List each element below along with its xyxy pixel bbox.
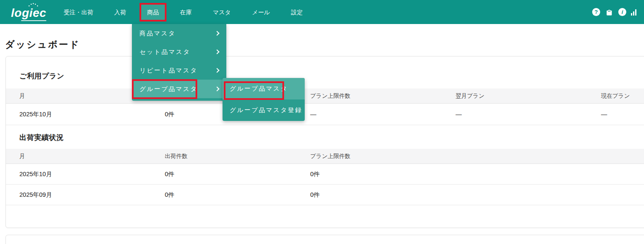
chevron-right-icon (215, 68, 219, 72)
shipping-section-heading: 出荷実績状況 (19, 133, 644, 142)
dashboard-card: ご利用プラン 月 プラン上限件数 翌月プラン 現在プラン 2025年10月 0件… (5, 56, 644, 228)
nav-item-settings[interactable]: 設定 (285, 5, 309, 20)
group-master-submenu: グループ品マスタ グループ品マスタ登録 (223, 78, 305, 121)
nav-item-inbound[interactable]: 入荷 (108, 5, 132, 20)
menu-item-product-master[interactable]: 商品マスタ (132, 24, 226, 43)
nav-item-inventory[interactable]: 在庫 (174, 5, 198, 20)
chevron-right-icon (215, 49, 219, 54)
menu-item-label: グループ品マスタ (140, 85, 198, 93)
logo-text: logiec (11, 6, 46, 19)
menu-item-set-master[interactable]: セット品マスタ (132, 43, 226, 61)
products-dropdown-menu: 商品マスタ セット品マスタ リピート品マスタ グループ品マスタ (132, 24, 226, 101)
page-title: ダッシュボード (5, 38, 80, 51)
menu-item-group-master[interactable]: グループ品マスタ (132, 80, 226, 98)
shipping-table-header: 月 出荷件数 プラン上限件数 (6, 149, 644, 164)
main-nav: 受注・出荷 入荷 商品 在庫 マスタ メール 設定 (53, 0, 314, 24)
cell-current-plan: — (601, 111, 644, 118)
chevron-right-icon (215, 86, 219, 91)
submenu-item-group-master-list[interactable]: グループ品マスタ (223, 78, 305, 99)
usage-bars-icon[interactable] (631, 9, 636, 16)
col-header-plan-limit: プラン上限件数 (310, 153, 644, 160)
nav-item-mail[interactable]: メール (246, 5, 276, 20)
menu-item-label: リピート品マスタ (140, 67, 198, 75)
cell-month: 2025年10月 (19, 170, 165, 178)
cell-plan-limit: — (310, 111, 456, 118)
col-header-month: 月 (19, 153, 165, 160)
top-navbar: logiec 受注・出荷 入荷 商品 在庫 マスタ メール 設定 ? i (0, 0, 644, 24)
menu-item-repeat-master[interactable]: リピート品マスタ (132, 61, 226, 80)
submenu-item-label: グループ品マスタ登録 (230, 106, 302, 114)
navbar-icon-group: ? i (592, 8, 636, 16)
help-icon[interactable]: ? (592, 8, 600, 16)
col-header-current-plan: 現在プラン (601, 92, 644, 100)
cell-month: 2025年09月 (19, 191, 165, 199)
cell-shipments: 0件 (165, 191, 310, 199)
cell-month: 2025年10月 (19, 110, 165, 118)
logo-tagline (21, 20, 46, 21)
nav-item-products[interactable]: 商品 (141, 5, 165, 20)
col-header-next-plan: 翌月プラン (456, 92, 601, 100)
shopping-bag-icon[interactable] (605, 8, 614, 16)
logo-dots-arc-icon (28, 3, 39, 7)
nav-item-orders[interactable]: 受注・出荷 (58, 5, 99, 20)
cell-shipments: 0件 (165, 170, 310, 178)
menu-item-label: 商品マスタ (140, 29, 176, 38)
submenu-item-label: グループ品マスタ (230, 85, 288, 93)
shipping-table-row: 2025年09月 0件 0件 (6, 185, 644, 205)
cell-next-plan: — (456, 111, 601, 118)
cell-plan-limit: 0件 (310, 170, 644, 178)
col-header-shipments: 出荷件数 (165, 153, 310, 160)
plan-table-row: 2025年10月 0件 — — — (6, 104, 644, 125)
menu-item-label: セット品マスタ (140, 48, 191, 56)
plan-section-heading: ご利用プラン (19, 71, 644, 81)
col-header-plan-limit: プラン上限件数 (310, 92, 456, 100)
submenu-item-group-master-register[interactable]: グループ品マスタ登録 (223, 99, 305, 121)
shipping-table-row: 2025年10月 0件 0件 (6, 164, 644, 185)
cell-plan-limit: 0件 (310, 191, 644, 199)
nav-item-master[interactable]: マスタ (207, 5, 237, 20)
chevron-right-icon (215, 31, 219, 35)
info-icon[interactable]: i (618, 8, 626, 16)
logiec-logo[interactable]: logiec (11, 5, 46, 19)
plan-table-header: 月 プラン上限件数 翌月プラン 現在プラン (6, 88, 644, 104)
next-card-stub (5, 235, 644, 244)
